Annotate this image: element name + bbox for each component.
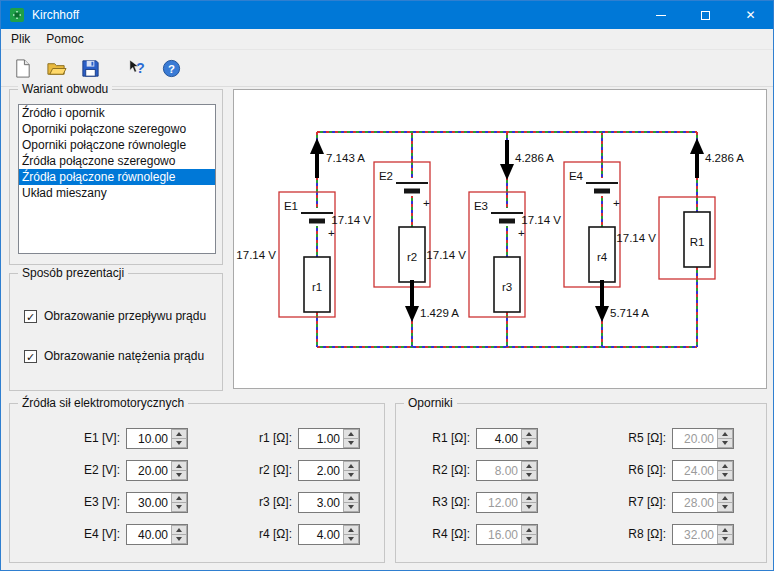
spin-down-button (521, 535, 537, 544)
e4-spinner[interactable] (126, 524, 188, 545)
spin-down-button (717, 535, 733, 544)
plus-sign: + (423, 197, 430, 209)
circuit-variant-listbox[interactable]: Źródło i opornik Oporniki połączone szer… (18, 104, 216, 254)
R1-input[interactable] (477, 429, 521, 448)
spin-up-button (521, 525, 537, 535)
save-floppy-icon (80, 58, 101, 79)
e1-input[interactable] (127, 429, 171, 448)
field-label-e4: E4 [V]: (18, 524, 126, 545)
spin-up-button[interactable] (343, 493, 359, 503)
e4-input[interactable] (127, 525, 171, 544)
app-window: Kirchhoff ✕ Plik Pomoc (0, 0, 774, 571)
R6-input (673, 461, 717, 480)
spin-up-button[interactable] (171, 461, 187, 471)
R7-spinner (672, 492, 734, 513)
list-item[interactable]: Układ mieszany (19, 185, 215, 201)
spin-down-button (717, 439, 733, 448)
r4-spinner[interactable] (298, 524, 360, 545)
window-title: Kirchhoff (32, 8, 79, 22)
open-file-button[interactable] (43, 55, 70, 82)
spin-up-button[interactable] (343, 429, 359, 439)
list-item[interactable]: Źródła połączone szeregowo (19, 153, 215, 169)
spin-up-button (717, 461, 733, 471)
spin-up-button[interactable] (171, 493, 187, 503)
resistor-label: r3 (502, 281, 512, 293)
spin-up-icon (526, 432, 532, 436)
close-button[interactable]: ✕ (728, 1, 773, 29)
spin-up-button[interactable] (343, 525, 359, 535)
menu-pomoc[interactable]: Pomoc (38, 29, 91, 50)
r2-spinner[interactable] (298, 460, 360, 481)
checkbox-current-intensity[interactable]: ✓ Obrazowanie natężenia prądu (24, 346, 222, 366)
field-label-R4: R4 [Ω]: (404, 524, 476, 545)
r3-input[interactable] (299, 493, 343, 512)
field-label-e1: E1 [V]: (18, 428, 126, 449)
e3-input[interactable] (127, 493, 171, 512)
e2-spinner[interactable] (126, 460, 188, 481)
spin-down-icon (348, 505, 354, 509)
field-label-r2: r2 [Ω]: (190, 460, 298, 481)
toolbar: ? ? (1, 50, 773, 87)
spin-down-icon (348, 537, 354, 541)
spin-down-button[interactable] (171, 439, 187, 448)
list-item[interactable]: Oporniki połączone szeregowo (19, 121, 215, 137)
field-label-R6: R6 [Ω]: (540, 460, 672, 481)
r1-spinner[interactable] (298, 428, 360, 449)
spin-down-button (521, 503, 537, 512)
field-label-e3: E3 [V]: (18, 492, 126, 513)
spin-up-button[interactable] (343, 461, 359, 471)
R8-spinner (672, 524, 734, 545)
spin-down-button[interactable] (171, 471, 187, 480)
list-item[interactable]: Źródło i opornik (19, 105, 215, 121)
field-label-r4: r4 [Ω]: (190, 524, 298, 545)
resistor-label: r4 (597, 251, 608, 263)
maximize-icon (701, 11, 710, 20)
field-label-R3: R3 [Ω]: (404, 492, 476, 513)
new-file-button[interactable] (9, 55, 36, 82)
context-help-button[interactable]: ? (124, 55, 151, 82)
spin-up-button[interactable] (521, 429, 537, 439)
r1-input[interactable] (299, 429, 343, 448)
current-label: 1.429 A (420, 307, 459, 319)
spin-down-button[interactable] (343, 471, 359, 480)
minimize-button[interactable] (638, 1, 683, 29)
spin-down-button[interactable] (521, 439, 537, 448)
battery-e4 (585, 178, 619, 196)
R7-input (673, 493, 717, 512)
spin-down-icon (176, 537, 182, 541)
open-folder-icon (46, 58, 67, 79)
R2-input (477, 461, 521, 480)
checkmark-icon[interactable]: ✓ (24, 350, 37, 363)
field-label-R2: R2 [Ω]: (404, 460, 476, 481)
spin-down-button[interactable] (343, 535, 359, 544)
r3-spinner[interactable] (298, 492, 360, 513)
list-item[interactable]: Oporniki połączone równolegle (19, 137, 215, 153)
voltage-label: 17.14 V (236, 249, 276, 261)
r4-input[interactable] (299, 525, 343, 544)
checkbox-current-flow[interactable]: ✓ Obrazowanie przepływu prądu (24, 306, 222, 326)
help-button[interactable]: ? (158, 55, 185, 82)
checkbox-label: Obrazowanie przepływu prądu (44, 309, 206, 323)
new-file-icon (12, 58, 33, 79)
checkmark-icon[interactable]: ✓ (24, 310, 37, 323)
spin-down-button[interactable] (171, 535, 187, 544)
spin-down-button[interactable] (343, 439, 359, 448)
spin-down-icon (722, 441, 728, 445)
spin-up-button[interactable] (171, 429, 187, 439)
R1-spinner[interactable] (476, 428, 538, 449)
spin-up-icon (176, 432, 182, 436)
r2-input[interactable] (299, 461, 343, 480)
e2-input[interactable] (127, 461, 171, 480)
maximize-button[interactable] (683, 1, 728, 29)
menu-plik[interactable]: Plik (3, 29, 38, 50)
spin-down-button[interactable] (171, 503, 187, 512)
spin-down-icon (348, 441, 354, 445)
save-file-button[interactable] (77, 55, 104, 82)
e3-spinner[interactable] (126, 492, 188, 513)
spin-down-button[interactable] (343, 503, 359, 512)
list-item-selected[interactable]: Źródła połączone równolegle (19, 169, 215, 185)
spin-up-button[interactable] (171, 525, 187, 535)
battery-e3 (490, 208, 524, 226)
spin-up-icon (722, 464, 728, 468)
e1-spinner[interactable] (126, 428, 188, 449)
